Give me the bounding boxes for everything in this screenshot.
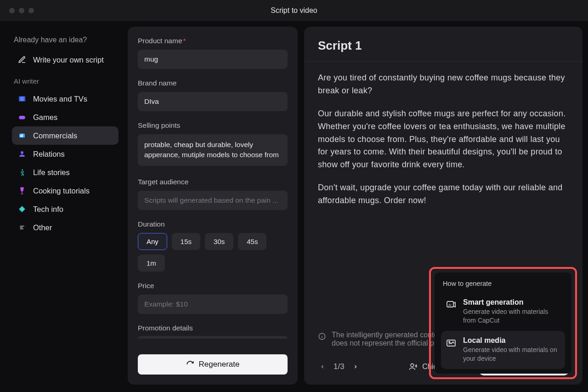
sidebar-item-write-own[interactable]: Write your own script: [12, 51, 119, 69]
sidebar-item-life-stories[interactable]: Life stories: [12, 163, 119, 182]
duration-1m[interactable]: 1m: [138, 255, 165, 272]
selling-points-input[interactable]: protable, cheap but durable, lovely appe…: [138, 134, 288, 166]
list-icon: [17, 223, 27, 232]
svg-rect-3: [19, 116, 25, 119]
tag-icon: [17, 205, 27, 214]
sidebar: Already have an idea? Write your own scr…: [0, 27, 124, 385]
label-target-audience: Target audience: [138, 178, 288, 186]
promotion-input-partial[interactable]: [138, 336, 288, 339]
label-price: Price: [138, 282, 288, 290]
sidebar-item-label: Tech info: [33, 205, 63, 214]
sidebar-item-label: Life stories: [33, 168, 70, 177]
person-icon: [17, 149, 27, 159]
sidebar-item-relations[interactable]: Relations: [12, 145, 119, 163]
label-product-name: Product name*: [138, 37, 288, 45]
sidebar-item-other[interactable]: Other: [12, 218, 119, 237]
film-icon: [17, 94, 27, 103]
svg-point-19: [449, 341, 450, 342]
pager-text: 1/3: [334, 362, 345, 371]
duration-30s[interactable]: 30s: [205, 233, 233, 250]
popup-item-title: Local media: [463, 336, 560, 345]
generate-popup: How to generate AI Smart generation Gene…: [435, 273, 571, 374]
svg-point-7: [21, 151, 23, 154]
popup-item-title: Smart generation: [463, 298, 560, 307]
popup-item-desc: Generate video with materials on your de…: [463, 346, 560, 364]
price-input[interactable]: [138, 295, 288, 314]
svg-text:AI: AI: [448, 303, 452, 307]
svg-rect-1: [19, 97, 20, 102]
sidebar-item-label: Other: [33, 223, 52, 232]
sidebar-item-tech[interactable]: Tech info: [12, 200, 119, 218]
script-title: Script 1: [318, 39, 569, 53]
svg-point-8: [22, 169, 23, 170]
sidebar-item-cooking[interactable]: Cooking tutorials: [12, 182, 119, 200]
gamepad-icon: [17, 113, 27, 122]
prev-button[interactable]: [318, 361, 327, 372]
svg-rect-2: [24, 97, 25, 102]
target-audience-input[interactable]: [138, 191, 288, 210]
refresh-icon: [186, 360, 194, 369]
commercial-icon: [17, 131, 27, 140]
script-paragraph: Are you tired of constantly buying new c…: [318, 72, 569, 97]
next-button[interactable]: [351, 361, 360, 372]
popup-item-smart[interactable]: AI Smart generation Generate video with …: [441, 293, 565, 331]
label-brand-name: Brand name: [138, 79, 288, 87]
script-paragraph: Our durable and stylish coffee mugs are …: [318, 108, 569, 171]
sidebar-item-label: Write your own script: [33, 56, 104, 64]
svg-point-15: [411, 364, 414, 367]
sidebar-heading-ai: AI writer: [14, 77, 119, 85]
sidebar-item-label: Relations: [33, 150, 65, 159]
window-title: Script to video: [271, 6, 317, 15]
duration-any[interactable]: Any: [138, 233, 167, 250]
label-selling-points: Selling points: [138, 121, 288, 130]
script-paragraph: Don't wait, upgrade your coffee game tod…: [318, 182, 569, 207]
info-icon: [318, 332, 326, 341]
sidebar-item-commercials[interactable]: Commercials: [12, 126, 119, 145]
duration-15s[interactable]: 15s: [172, 233, 200, 250]
sidebar-item-games[interactable]: Games: [12, 108, 119, 126]
brand-name-input[interactable]: [138, 92, 288, 111]
label-duration: Duration: [138, 220, 288, 228]
regenerate-button[interactable]: Regenerate: [138, 354, 288, 375]
close-window-icon[interactable]: [9, 8, 15, 13]
walk-icon: [17, 168, 27, 177]
voice-icon: [408, 362, 418, 371]
popup-item-desc: Generate video with materials from CapCu…: [463, 307, 560, 325]
wine-icon: [17, 186, 27, 195]
form-panel: Product name* Brand name Selling points …: [128, 27, 298, 385]
pencil-icon: [17, 55, 27, 64]
popup-title: How to generate: [443, 280, 563, 287]
titlebar: Script to video: [0, 0, 588, 21]
label-promotion: Promotion details: [138, 324, 288, 332]
popup-item-local[interactable]: Local media Generate video with material…: [441, 331, 565, 369]
svg-rect-5: [20, 135, 21, 137]
local-media-icon: [446, 337, 457, 348]
sidebar-item-label: Cooking tutorials: [33, 187, 90, 195]
window-controls: [9, 8, 34, 13]
generate-popup-highlight: How to generate AI Smart generation Gene…: [429, 267, 577, 379]
pager: 1/3: [318, 361, 360, 372]
sidebar-item-movies[interactable]: Movies and TVs: [12, 90, 119, 108]
sidebar-item-label: Commercials: [33, 131, 77, 140]
sidebar-item-label: Games: [33, 113, 57, 122]
maximize-window-icon[interactable]: [28, 8, 34, 13]
svg-rect-6: [22, 134, 23, 137]
smart-generation-icon: AI: [446, 299, 457, 310]
minimize-window-icon[interactable]: [19, 8, 24, 13]
duration-45s[interactable]: 45s: [238, 233, 266, 250]
sidebar-item-label: Movies and TVs: [33, 95, 87, 103]
product-name-input[interactable]: [138, 50, 288, 69]
duration-options: Any 15s 30s 45s 1m: [138, 233, 288, 272]
sidebar-heading-idea: Already have an idea?: [14, 36, 119, 44]
